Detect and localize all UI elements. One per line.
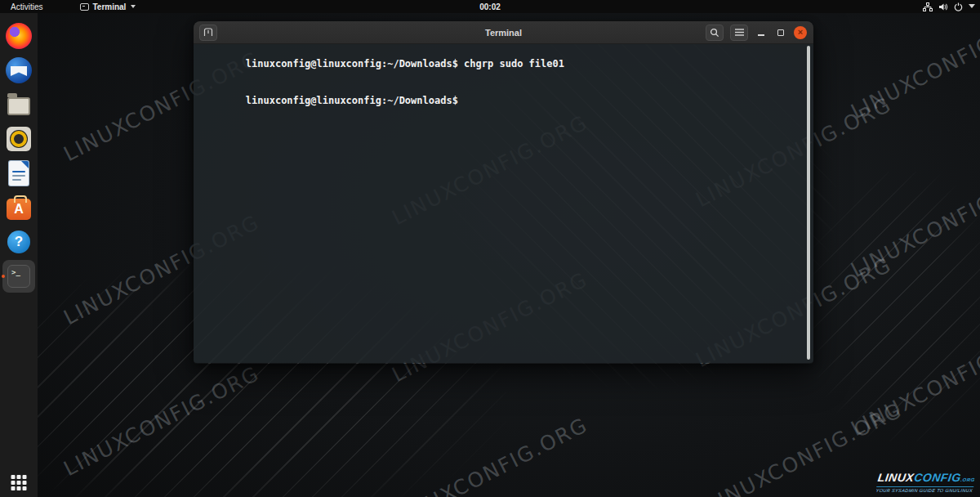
software-icon-glyph: A: [14, 202, 24, 217]
dock-item-writer[interactable]: [2, 157, 35, 190]
chevron-down-icon: [131, 5, 136, 8]
close-icon: ×: [798, 28, 803, 37]
running-indicator-dot: [2, 275, 5, 278]
power-icon: [954, 2, 963, 11]
desktop: LINUXCONFIG.ORG LINUXCONFIG.ORG LINUXCON…: [0, 0, 980, 497]
terminal-content[interactable]: linuxconfig@linuxconfig:~/Downloads$ chg…: [194, 44, 813, 363]
hamburger-menu-icon: [735, 29, 744, 36]
writer-icon: [9, 161, 29, 186]
app-menu-button[interactable]: Terminal: [80, 2, 136, 11]
terminal-line: linuxconfig@linuxconfig:~/Downloads$ chg…: [198, 46, 808, 83]
maximize-button[interactable]: [774, 26, 787, 39]
software-icon: A: [7, 199, 31, 220]
clock[interactable]: 00:02: [479, 2, 501, 11]
terminal-window: Terminal: [194, 21, 813, 364]
top-bar: Activities Terminal 00:02: [0, 0, 980, 13]
dock-item-software[interactable]: A: [2, 191, 35, 224]
rhythmbox-icon: [7, 127, 31, 151]
dock-item-rhythmbox[interactable]: [2, 123, 35, 155]
volume-icon: [938, 2, 948, 11]
logo-wordmark-config: CONFIG: [913, 471, 962, 484]
app-menu-label: Terminal: [92, 2, 126, 11]
chevron-down-icon: [969, 4, 975, 9]
dock-item-help[interactable]: ?: [2, 226, 35, 258]
shell-command: chgrp sudo file01: [458, 58, 564, 69]
terminal-icon-glyph: >_: [11, 268, 20, 276]
system-status-area[interactable]: [923, 0, 975, 13]
search-icon: [710, 28, 719, 38]
files-icon: [7, 97, 30, 115]
new-tab-button[interactable]: [199, 25, 217, 41]
help-icon: ?: [7, 231, 30, 253]
close-button[interactable]: ×: [794, 26, 807, 39]
dock-item-terminal[interactable]: >_: [2, 260, 35, 293]
network-icon: [923, 2, 933, 11]
logo-wordmark-suffix: .ORG: [960, 477, 975, 482]
search-button[interactable]: [706, 25, 724, 41]
dock: A ? >_: [0, 13, 38, 497]
maximize-icon: [777, 29, 784, 36]
dock-item-thunderbird[interactable]: [2, 54, 35, 87]
thunderbird-icon: [6, 57, 32, 83]
linuxconfig-logo: LINUXCONFIG.ORG YOUR SYSADMIN GUIDE TO G…: [875, 472, 976, 493]
minimize-icon: [758, 34, 764, 36]
menu-button[interactable]: [730, 25, 748, 41]
activities-button[interactable]: Activities: [7, 2, 46, 11]
terminal-scrollbar[interactable]: [807, 46, 810, 360]
terminal-titlebar[interactable]: Terminal: [194, 21, 813, 44]
terminal-icon: >_: [7, 265, 30, 288]
logo-tagline: YOUR SYSADMIN GUIDE TO GNU/LINUX: [875, 486, 973, 493]
firefox-icon: [6, 23, 32, 49]
logo-wordmark-linux: LINUX: [876, 471, 915, 484]
dock-item-files[interactable]: [2, 88, 35, 121]
dock-item-firefox[interactable]: [2, 20, 35, 52]
terminal-mini-icon: [80, 3, 89, 11]
minimize-button[interactable]: [755, 26, 768, 39]
show-applications-button[interactable]: [11, 475, 27, 490]
terminal-line: linuxconfig@linuxconfig:~/Downloads$: [198, 83, 808, 119]
shell-prompt: linuxconfig@linuxconfig:~/Downloads$: [246, 58, 458, 69]
help-icon-glyph: ?: [15, 234, 23, 250]
new-tab-icon: [203, 28, 213, 37]
shell-prompt: linuxconfig@linuxconfig:~/Downloads$: [246, 95, 458, 106]
